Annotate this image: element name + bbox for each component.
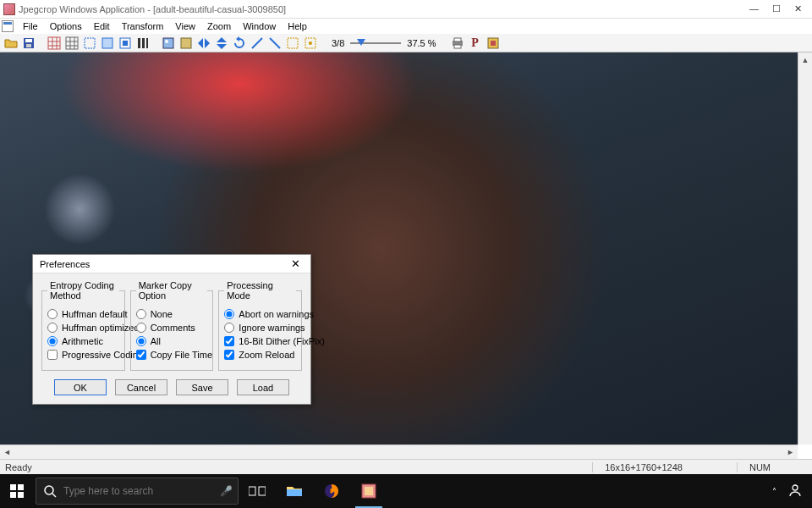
radio-ignore-warnings[interactable]: Ignore warnings xyxy=(224,323,296,333)
scroll-right-icon[interactable]: ► xyxy=(783,446,798,459)
vertical-scrollbar[interactable]: ▲ xyxy=(798,52,812,444)
taskbar-explorer-icon[interactable] xyxy=(276,474,313,508)
preferences-dialog: Preferences ✕ Entropy Coding Method Huff… xyxy=(32,254,311,405)
menu-edit[interactable]: Edit xyxy=(88,20,116,32)
svg-rect-19 xyxy=(454,38,461,41)
selection-b-icon[interactable] xyxy=(100,36,115,51)
menu-file[interactable]: File xyxy=(17,20,44,32)
system-tray: ˄ xyxy=(772,483,812,500)
group-marker: Marker Copy Option None Comments All Cop… xyxy=(130,280,214,371)
svg-rect-15 xyxy=(288,38,298,48)
radio-marker-all[interactable]: All xyxy=(136,336,208,346)
tool-last-icon[interactable] xyxy=(486,36,501,51)
mic-icon[interactable]: 🎤 xyxy=(214,485,238,497)
selection-c-icon[interactable] xyxy=(118,36,133,51)
zoom-slider[interactable] xyxy=(350,38,401,48)
menu-transform[interactable]: Transform xyxy=(116,20,170,32)
p-icon[interactable]: P xyxy=(468,36,483,51)
print-icon[interactable] xyxy=(450,36,465,51)
group-processing: Processing Mode Abort on warnings Ignore… xyxy=(218,280,302,371)
svg-line-28 xyxy=(52,494,56,497)
checkbox-progressive[interactable]: Progressive Coding xyxy=(47,350,119,360)
taskbar-firefox-icon[interactable] xyxy=(313,474,350,508)
tool-2-icon[interactable] xyxy=(178,36,194,51)
bars-icon[interactable] xyxy=(135,36,151,51)
app-icon xyxy=(3,3,15,15)
cancel-button[interactable]: Cancel xyxy=(115,379,167,395)
radio-marker-none[interactable]: None xyxy=(136,309,208,319)
dialog-close-icon[interactable]: ✕ xyxy=(288,257,304,270)
selection-a-icon[interactable] xyxy=(82,36,97,51)
zoom-readout: 37.5 % xyxy=(403,38,439,48)
save-button[interactable]: Save xyxy=(176,379,228,395)
ok-button[interactable]: OK xyxy=(54,379,107,395)
taskbar: 🎤 ˄ xyxy=(0,474,812,508)
svg-rect-14 xyxy=(181,38,191,48)
svg-rect-2 xyxy=(26,44,31,47)
taskbar-search[interactable]: 🎤 xyxy=(36,478,239,505)
menu-bar: File Options Edit Transform View Zoom Wi… xyxy=(0,19,812,34)
scroll-left-icon[interactable]: ◄ xyxy=(0,446,14,459)
maximize-button[interactable]: ☐ xyxy=(772,3,781,14)
horizontal-scrollbar[interactable]: ◄ ► xyxy=(0,444,798,459)
group-entropy: Entropy Coding Method Huffman default Hu… xyxy=(41,280,125,371)
mdi-child-icon xyxy=(2,20,14,32)
checkbox-16bit-dither[interactable]: 16-Bit Dither (FixPix) xyxy=(224,336,296,346)
status-num: NUM xyxy=(737,462,782,472)
svg-point-17 xyxy=(309,41,312,45)
save-icon[interactable] xyxy=(21,36,36,51)
radio-huffman-default[interactable]: Huffman default xyxy=(47,309,119,319)
checkbox-copy-file-time[interactable]: Copy File Time xyxy=(136,350,208,360)
svg-rect-11 xyxy=(146,38,148,48)
scroll-up-icon[interactable]: ▲ xyxy=(798,52,812,67)
flip-v-icon[interactable] xyxy=(214,36,229,51)
taskbar-jpegcrop-icon[interactable] xyxy=(350,474,387,508)
svg-rect-12 xyxy=(163,38,173,48)
radio-huffman-optimized[interactable]: Huffman optimized xyxy=(47,323,119,333)
tray-overflow-icon[interactable]: ˄ xyxy=(772,487,776,496)
marquee-b-icon[interactable] xyxy=(303,36,318,51)
close-button[interactable]: ✕ xyxy=(794,3,802,14)
task-view-icon[interactable] xyxy=(239,474,276,508)
svg-point-34 xyxy=(793,485,798,490)
window-title: Jpegcrop Windows Application - [adult-be… xyxy=(19,4,749,14)
status-coords: 16x16+1760+1248 xyxy=(592,462,694,472)
svg-rect-29 xyxy=(249,487,255,495)
diag-b-icon[interactable] xyxy=(267,36,283,51)
search-icon xyxy=(36,484,63,498)
tray-user-icon[interactable] xyxy=(788,483,802,500)
marquee-a-icon[interactable] xyxy=(285,36,300,51)
svg-rect-25 xyxy=(10,492,16,498)
svg-rect-26 xyxy=(18,492,24,498)
start-button[interactable] xyxy=(0,474,34,508)
grid-color-icon[interactable] xyxy=(47,36,62,51)
window-titlebar: Jpegcrop Windows Application - [adult-be… xyxy=(0,0,812,19)
svg-point-13 xyxy=(165,40,168,43)
menu-options[interactable]: Options xyxy=(44,20,88,32)
radio-marker-comments[interactable]: Comments xyxy=(136,323,208,333)
menu-help[interactable]: Help xyxy=(282,20,313,32)
frame-indicator: 3/8 xyxy=(328,38,348,48)
svg-rect-3 xyxy=(48,37,60,49)
grid-icon[interactable] xyxy=(64,36,80,51)
minimize-button[interactable]: — xyxy=(749,3,759,14)
svg-rect-1 xyxy=(25,39,32,42)
search-input[interactable] xyxy=(63,485,214,497)
rotate-icon[interactable] xyxy=(232,36,247,51)
menu-zoom[interactable]: Zoom xyxy=(201,20,237,32)
status-bar: Ready 16x16+1760+1248 NUM xyxy=(0,459,812,474)
tool-1-icon[interactable] xyxy=(161,36,176,51)
menu-view[interactable]: View xyxy=(169,20,201,32)
svg-rect-10 xyxy=(142,38,145,48)
svg-rect-20 xyxy=(454,45,461,48)
radio-abort-warnings[interactable]: Abort on warnings xyxy=(224,309,296,319)
svg-point-27 xyxy=(45,486,53,494)
load-button[interactable]: Load xyxy=(237,379,289,395)
checkbox-zoom-reload[interactable]: Zoom Reload xyxy=(224,350,296,360)
diag-a-icon[interactable] xyxy=(250,36,265,51)
svg-rect-9 xyxy=(138,38,140,48)
open-icon[interactable] xyxy=(3,36,19,51)
radio-arithmetic[interactable]: Arithmetic xyxy=(47,336,119,346)
flip-h-icon[interactable] xyxy=(196,36,211,51)
menu-window[interactable]: Window xyxy=(237,20,282,32)
